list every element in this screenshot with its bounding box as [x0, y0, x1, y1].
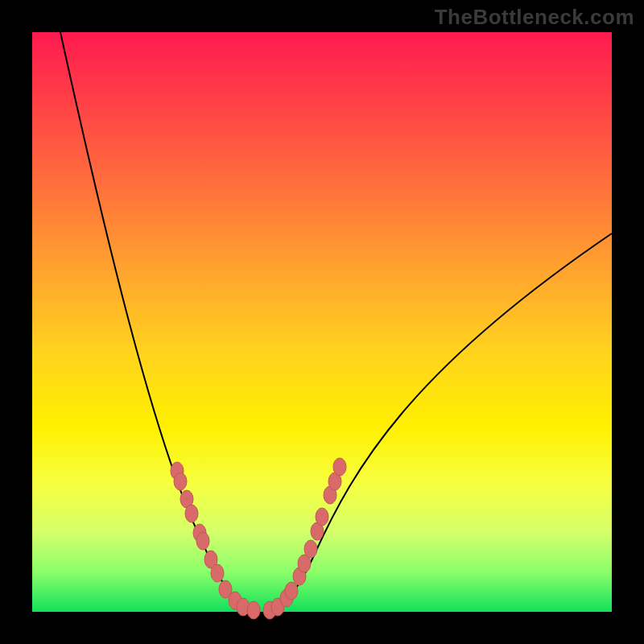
curve-left [60, 32, 254, 610]
data-point [333, 458, 346, 476]
watermark-text: TheBottleneck.com [435, 5, 634, 30]
data-point [185, 505, 198, 522]
data-point [211, 564, 224, 582]
dots-right [263, 458, 346, 619]
data-point [196, 532, 209, 550]
curve-right [270, 233, 612, 610]
curve-layer [32, 32, 612, 612]
dots-left [171, 462, 260, 619]
data-point [304, 540, 317, 558]
data-point [285, 582, 298, 600]
data-point [316, 508, 328, 526]
chart-frame: TheBottleneck.com [0, 0, 644, 644]
data-point [174, 473, 187, 490]
data-point [247, 601, 260, 619]
